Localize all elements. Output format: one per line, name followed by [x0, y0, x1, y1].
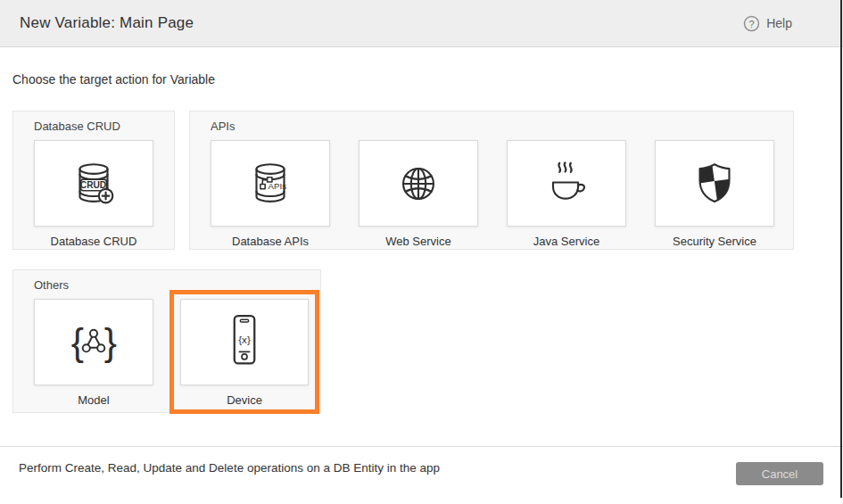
- group-label: Others: [34, 278, 69, 292]
- tile-label: Database CRUD: [51, 235, 137, 248]
- tile-model[interactable]: { } Model: [34, 299, 153, 407]
- group-label: APIs: [211, 120, 235, 133]
- tile-icon-box: [655, 140, 774, 227]
- svg-text:}: }: [104, 319, 117, 362]
- tile-label: Java Service: [533, 235, 599, 248]
- tile-icon-box: {x}: [180, 299, 309, 385]
- svg-text:APIs: APIs: [269, 181, 287, 191]
- braces-model-icon: { }: [66, 315, 121, 370]
- tile-java-service[interactable]: Java Service: [507, 140, 626, 248]
- tile-label: Security Service: [673, 235, 756, 248]
- help-question-icon: ?: [743, 15, 760, 32]
- group-others: Others { } Model {x}: [12, 269, 321, 413]
- tile-database-apis[interactable]: APIs Database APIs: [211, 140, 330, 248]
- group-database-crud: Database CRUD CRUD Database CRUD: [12, 111, 175, 250]
- group-label: Database CRUD: [34, 120, 120, 133]
- svg-text:?: ?: [749, 18, 755, 29]
- tile-icon-box: CRUD: [34, 140, 153, 227]
- cancel-button[interactable]: Cancel: [736, 462, 823, 485]
- tile-label: Device: [227, 393, 262, 407]
- tile-icon-box: [507, 140, 626, 227]
- tile-security-service[interactable]: Security Service: [655, 140, 774, 248]
- window-edge: [840, 0, 842, 498]
- help-button[interactable]: ? Help: [743, 15, 792, 32]
- svg-text:{x}: {x}: [238, 333, 251, 344]
- footer-divider: [0, 446, 843, 447]
- svg-text:{: {: [71, 319, 84, 362]
- group-apis: APIs APIs Database APIs: [189, 111, 794, 250]
- tile-web-service[interactable]: Web Service: [359, 140, 478, 248]
- database-crud-icon: CRUD: [66, 156, 121, 211]
- choose-action-text: Choose the target action for Variable: [12, 72, 215, 87]
- tile-label: Database APIs: [232, 235, 309, 248]
- tile-icon-box: [359, 140, 478, 227]
- coffee-cup-icon: [539, 156, 594, 211]
- tile-database-crud[interactable]: CRUD Database CRUD: [34, 140, 153, 248]
- tile-icon-box: APIs: [211, 140, 330, 227]
- tile-device-selected[interactable]: {x} Device: [169, 290, 319, 414]
- shield-icon: [687, 156, 742, 211]
- tile-label: Web Service: [385, 235, 450, 248]
- help-label: Help: [766, 16, 792, 30]
- tile-label: Model: [78, 393, 109, 407]
- globe-icon: [391, 156, 446, 211]
- mobile-device-icon: {x}: [218, 311, 271, 374]
- page-title: New Variable: Main Page: [20, 14, 194, 32]
- action-description: Perform Create, Read, Update and Delete …: [19, 461, 440, 475]
- dialog-header: New Variable: Main Page ? Help: [0, 0, 843, 47]
- tile-icon-box: { }: [34, 299, 153, 385]
- database-apis-icon: APIs: [243, 156, 298, 211]
